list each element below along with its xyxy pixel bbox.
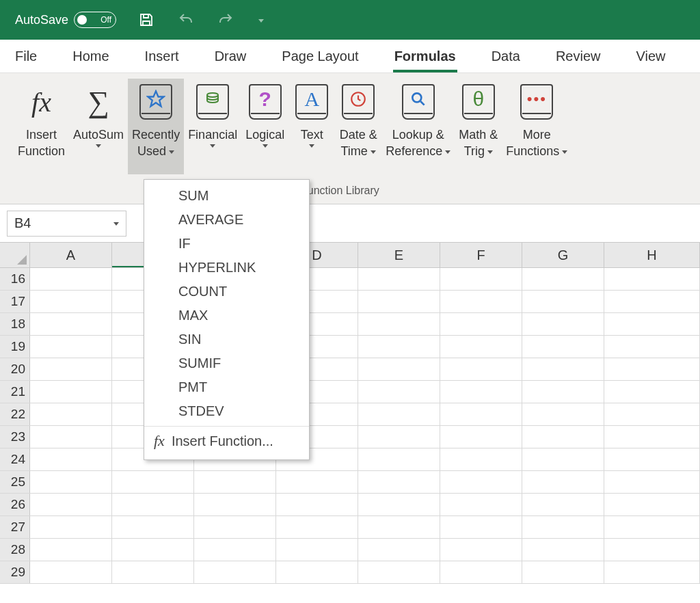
math-trig-button[interactable]: θ Math & Trig bbox=[455, 79, 502, 174]
cell[interactable] bbox=[30, 494, 112, 515]
cell[interactable] bbox=[522, 381, 604, 403]
autosave-toggle[interactable]: AutoSave Off bbox=[15, 12, 116, 28]
cell[interactable] bbox=[276, 494, 358, 515]
cell[interactable] bbox=[440, 403, 522, 425]
select-all-corner[interactable] bbox=[0, 243, 30, 267]
row-header[interactable]: 28 bbox=[0, 539, 30, 561]
logical-button[interactable]: ? Logical bbox=[241, 79, 288, 174]
cell[interactable] bbox=[604, 494, 700, 515]
cell[interactable] bbox=[30, 291, 112, 312]
cell[interactable] bbox=[440, 291, 522, 312]
cell[interactable] bbox=[440, 448, 522, 470]
menu-item[interactable]: IF bbox=[144, 232, 309, 256]
cell[interactable] bbox=[30, 268, 112, 290]
cell[interactable] bbox=[30, 313, 112, 335]
cell[interactable] bbox=[604, 516, 700, 538]
redo-icon[interactable] bbox=[216, 10, 235, 29]
cell[interactable] bbox=[30, 448, 112, 470]
recently-used-button[interactable]: Recently Used bbox=[128, 79, 184, 174]
cell[interactable] bbox=[276, 561, 358, 583]
cell[interactable] bbox=[604, 448, 700, 470]
tab-view[interactable]: View bbox=[634, 43, 667, 70]
cell[interactable] bbox=[112, 561, 194, 583]
cell[interactable] bbox=[30, 381, 112, 403]
column-header[interactable]: A bbox=[30, 243, 112, 267]
cell[interactable] bbox=[358, 539, 440, 561]
cell[interactable] bbox=[358, 358, 440, 380]
row-header[interactable]: 24 bbox=[0, 448, 30, 470]
cell[interactable] bbox=[604, 291, 700, 312]
cell[interactable] bbox=[112, 516, 194, 538]
text-button[interactable]: A Text bbox=[288, 79, 335, 174]
autosum-button[interactable]: ∑ AutoSum bbox=[69, 79, 128, 174]
cell[interactable] bbox=[358, 561, 440, 583]
tab-file[interactable]: File bbox=[14, 43, 38, 70]
row-header[interactable]: 18 bbox=[0, 313, 30, 335]
row-header[interactable]: 25 bbox=[0, 471, 30, 493]
name-box[interactable]: B4 bbox=[7, 211, 126, 237]
tab-insert[interactable]: Insert bbox=[144, 43, 180, 70]
cell[interactable] bbox=[604, 336, 700, 358]
cell[interactable] bbox=[522, 561, 604, 583]
quick-access-dropdown-icon[interactable] bbox=[256, 10, 267, 29]
menu-item[interactable]: SIN bbox=[144, 327, 309, 351]
cell[interactable] bbox=[440, 268, 522, 290]
cell[interactable] bbox=[112, 539, 194, 561]
cell[interactable] bbox=[604, 426, 700, 448]
cell[interactable] bbox=[358, 516, 440, 538]
row-header[interactable]: 16 bbox=[0, 268, 30, 290]
cell[interactable] bbox=[440, 313, 522, 335]
cell[interactable] bbox=[30, 471, 112, 493]
cell[interactable] bbox=[30, 358, 112, 380]
cell[interactable] bbox=[522, 291, 604, 312]
cell[interactable] bbox=[194, 539, 276, 561]
financial-button[interactable]: Financial bbox=[184, 79, 241, 174]
cell[interactable] bbox=[30, 561, 112, 583]
cell[interactable] bbox=[604, 403, 700, 425]
cell[interactable] bbox=[522, 494, 604, 515]
cell[interactable] bbox=[358, 336, 440, 358]
row-header[interactable]: 17 bbox=[0, 291, 30, 312]
tab-review[interactable]: Review bbox=[554, 43, 602, 70]
more-functions-button[interactable]: ••• More Functions bbox=[502, 79, 571, 174]
row-header[interactable]: 26 bbox=[0, 494, 30, 515]
cell[interactable] bbox=[358, 471, 440, 493]
cell[interactable] bbox=[194, 471, 276, 493]
row-header[interactable]: 23 bbox=[0, 426, 30, 448]
column-header[interactable]: G bbox=[522, 243, 604, 267]
row-header[interactable]: 29 bbox=[0, 561, 30, 583]
cell[interactable] bbox=[276, 539, 358, 561]
menu-item[interactable]: AVERAGE bbox=[144, 208, 309, 232]
menu-item[interactable]: PMT bbox=[144, 375, 309, 399]
date-time-button[interactable]: Date & Time bbox=[335, 79, 381, 174]
cell[interactable] bbox=[276, 516, 358, 538]
menu-item[interactable]: SUMIF bbox=[144, 351, 309, 375]
cell[interactable] bbox=[440, 494, 522, 515]
cell[interactable] bbox=[358, 313, 440, 335]
lookup-reference-button[interactable]: Lookup & Reference bbox=[381, 79, 455, 174]
column-header[interactable]: E bbox=[358, 243, 440, 267]
tab-formulas[interactable]: Formulas bbox=[393, 43, 457, 70]
cell[interactable] bbox=[440, 381, 522, 403]
cell[interactable] bbox=[30, 403, 112, 425]
tab-draw[interactable]: Draw bbox=[213, 43, 248, 70]
tab-home[interactable]: Home bbox=[71, 43, 110, 70]
cell[interactable] bbox=[522, 358, 604, 380]
column-header[interactable]: F bbox=[440, 243, 522, 267]
cell[interactable] bbox=[440, 358, 522, 380]
row-header[interactable]: 21 bbox=[0, 381, 30, 403]
column-header[interactable]: H bbox=[604, 243, 700, 267]
cell[interactable] bbox=[358, 291, 440, 312]
cell[interactable] bbox=[358, 426, 440, 448]
cell[interactable] bbox=[604, 381, 700, 403]
cell[interactable] bbox=[358, 403, 440, 425]
cell[interactable] bbox=[440, 516, 522, 538]
menu-item[interactable]: MAX bbox=[144, 304, 309, 327]
cell[interactable] bbox=[30, 516, 112, 538]
cell[interactable] bbox=[604, 471, 700, 493]
cell[interactable] bbox=[276, 471, 358, 493]
cell[interactable] bbox=[30, 426, 112, 448]
cell[interactable] bbox=[604, 358, 700, 380]
cell[interactable] bbox=[30, 539, 112, 561]
row-header[interactable]: 20 bbox=[0, 358, 30, 380]
